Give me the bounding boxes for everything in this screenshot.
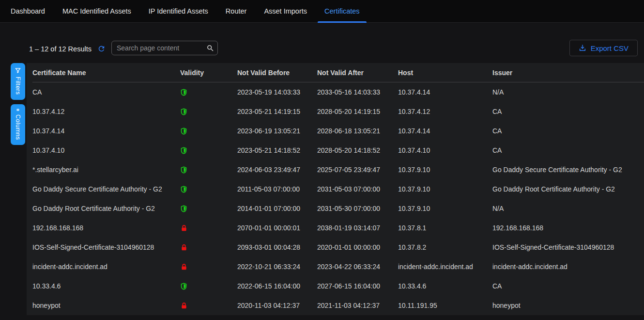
col-header-host[interactable]: Host bbox=[398, 69, 492, 77]
not-valid-before-cell: 2022-10-21 06:33:24 bbox=[237, 263, 317, 271]
host-cell: 10.37.9.10 bbox=[398, 166, 492, 174]
table-row[interactable]: *.stellarcyber.ai 2024-06-03 23:49:47 20… bbox=[32, 160, 644, 179]
certificate-name-cell: 192.168.168.168 bbox=[32, 224, 180, 232]
certificate-name-cell: 10.37.4.10 bbox=[32, 146, 180, 154]
export-csv-button[interactable]: Export CSV bbox=[569, 40, 638, 56]
validity-cell bbox=[180, 107, 237, 116]
valid-shield-icon bbox=[180, 127, 187, 136]
tab-router[interactable]: Router bbox=[226, 0, 247, 23]
host-cell: 10.37.9.10 bbox=[398, 185, 492, 193]
issuer-cell: incident-addc.incident.ad bbox=[492, 263, 644, 271]
valid-shield-icon bbox=[180, 146, 187, 155]
table-row[interactable]: incident-addc.incident.ad 2022-10-21 06:… bbox=[32, 257, 644, 276]
table-row[interactable]: Go Daddy Secure Certificate Authority - … bbox=[32, 179, 644, 199]
table-row[interactable]: 10.33.4.6 2022-06-15 16:04:00 2027-06-15… bbox=[32, 276, 644, 296]
host-cell: 10.37.4.10 bbox=[398, 146, 492, 154]
table-row[interactable]: CA 2023-05-19 14:03:33 2033-05-16 14:03:… bbox=[32, 82, 644, 102]
valid-shield-icon bbox=[180, 204, 187, 213]
table-row[interactable]: 10.37.4.14 2023-06-19 13:05:21 2028-06-1… bbox=[32, 121, 644, 141]
validity-cell bbox=[180, 302, 237, 310]
certificate-name-cell: honeypot bbox=[32, 302, 180, 309]
certificate-name-cell: incident-addc.incident.ad bbox=[32, 263, 180, 271]
validity-cell bbox=[180, 165, 237, 175]
col-header-certificate-name[interactable]: Certificate Name bbox=[32, 69, 180, 77]
not-valid-after-cell: 2021-11-03 04:12:37 bbox=[317, 302, 398, 309]
col-header-not-valid-before[interactable]: Not Valid Before bbox=[237, 69, 317, 77]
columns-icon bbox=[14, 108, 22, 112]
validity-cell bbox=[180, 282, 237, 291]
col-header-not-valid-after[interactable]: Not Valid After bbox=[317, 69, 398, 77]
results-summary: 1 – 12 of 12 Results bbox=[29, 45, 92, 53]
col-header-issuer[interactable]: Issuer bbox=[492, 69, 644, 77]
table-header-row: Certificate Name Validity Not Valid Befo… bbox=[32, 63, 644, 82]
validity-cell bbox=[180, 224, 237, 232]
issuer-cell: CA bbox=[492, 146, 644, 154]
table-row[interactable]: 192.168.168.168 2070-01-01 00:00:01 2038… bbox=[32, 218, 644, 238]
issuer-cell: CA bbox=[492, 127, 644, 135]
export-csv-label: Export CSV bbox=[591, 44, 629, 52]
table-row[interactable]: 10.37.4.10 2023-05-21 14:18:52 2028-05-2… bbox=[32, 141, 644, 160]
not-valid-after-cell: 2027-06-15 16:04:00 bbox=[317, 282, 398, 290]
table-row[interactable]: Go Daddy Root Certificate Authority - G2… bbox=[32, 199, 644, 218]
table-row[interactable]: 10.37.4.12 2023-05-21 14:19:15 2028-05-2… bbox=[32, 102, 644, 121]
refresh-button[interactable] bbox=[97, 45, 106, 53]
not-valid-before-cell: 2020-11-03 04:12:37 bbox=[237, 302, 317, 309]
certificate-name-cell: 10.37.4.14 bbox=[32, 127, 180, 135]
invalid-lock-icon bbox=[180, 263, 188, 271]
issuer-cell: 192.168.168.168 bbox=[492, 224, 644, 232]
not-valid-after-cell: 2028-05-20 14:19:15 bbox=[317, 108, 398, 115]
download-icon bbox=[579, 44, 586, 52]
host-cell: 10.37.8.1 bbox=[398, 224, 492, 232]
toolbar: 1 – 12 of 12 Results Export CSV bbox=[0, 23, 644, 63]
tab-dashboard[interactable]: Dashboard bbox=[11, 0, 45, 23]
tab-asset-imports[interactable]: Asset Imports bbox=[264, 0, 307, 23]
validity-cell bbox=[180, 146, 237, 155]
valid-shield-icon bbox=[180, 282, 187, 291]
certificate-name-cell: Go Daddy Secure Certificate Authority - … bbox=[32, 185, 180, 193]
not-valid-before-cell: 2022-06-15 16:04:00 bbox=[237, 282, 317, 290]
invalid-lock-icon bbox=[180, 302, 188, 310]
not-valid-before-cell: 2093-03-01 00:04:28 bbox=[237, 243, 317, 251]
host-cell: 10.37.4.12 bbox=[398, 108, 492, 115]
table-row[interactable]: IOS-Self-Signed-Certificate-3104960128 2… bbox=[32, 238, 644, 257]
not-valid-before-cell: 2014-01-01 07:00:00 bbox=[237, 205, 317, 212]
not-valid-after-cell: 2038-01-19 03:14:07 bbox=[317, 224, 398, 232]
filter-funnel-icon bbox=[14, 67, 22, 74]
not-valid-before-cell: 2011-05-03 07:00:00 bbox=[237, 185, 317, 193]
validity-cell bbox=[180, 88, 237, 97]
not-valid-after-cell: 2033-05-16 14:03:33 bbox=[317, 88, 398, 96]
issuer-cell: N/A bbox=[492, 205, 644, 212]
not-valid-after-cell: 2031-05-03 07:00:00 bbox=[317, 185, 398, 193]
table-row[interactable]: honeypot 2020-11-03 04:12:37 2021-11-03 … bbox=[32, 296, 644, 315]
search-box bbox=[111, 41, 218, 55]
validity-cell bbox=[180, 185, 237, 194]
not-valid-before-cell: 2023-05-21 14:19:15 bbox=[237, 108, 317, 115]
host-cell: 10.37.9.10 bbox=[398, 205, 492, 212]
top-nav-tabs: Dashboard MAC Identified Assets IP Ident… bbox=[0, 0, 644, 23]
issuer-cell: CA bbox=[492, 108, 644, 115]
not-valid-before-cell: 2023-05-19 14:03:33 bbox=[237, 88, 317, 96]
columns-label: Columns bbox=[15, 114, 21, 140]
certificate-name-cell: 10.37.4.12 bbox=[32, 108, 180, 115]
columns-button[interactable]: Columns bbox=[11, 104, 25, 145]
host-cell: 10.37.4.14 bbox=[398, 88, 492, 96]
search-input[interactable] bbox=[112, 44, 206, 52]
not-valid-before-cell: 2070-01-01 00:00:01 bbox=[237, 224, 317, 232]
host-cell: incident-addc.incident.ad bbox=[398, 263, 492, 271]
table-body: CA 2023-05-19 14:03:33 2033-05-16 14:03:… bbox=[32, 82, 644, 315]
search-icon bbox=[206, 44, 215, 52]
not-valid-after-cell: 2028-06-18 13:05:21 bbox=[317, 127, 398, 135]
valid-shield-icon bbox=[180, 165, 187, 175]
search-button[interactable] bbox=[206, 44, 218, 52]
tab-mac-identified-assets[interactable]: MAC Identified Assets bbox=[62, 0, 131, 23]
col-header-validity[interactable]: Validity bbox=[180, 69, 237, 77]
not-valid-after-cell: 2031-05-30 07:00:00 bbox=[317, 205, 398, 212]
tab-certificates[interactable]: Certificates bbox=[324, 0, 360, 23]
not-valid-after-cell: 2028-05-20 14:18:52 bbox=[317, 146, 398, 154]
validity-cell bbox=[180, 263, 237, 271]
tab-ip-identified-assets[interactable]: IP Identified Assets bbox=[149, 0, 208, 23]
not-valid-after-cell: 2023-04-22 06:33:24 bbox=[317, 263, 398, 271]
issuer-cell: Go Daddy Root Certificate Authority - G2 bbox=[492, 185, 644, 193]
certificate-name-cell: IOS-Self-Signed-Certificate-3104960128 bbox=[32, 243, 180, 251]
filters-button[interactable]: Filters bbox=[11, 63, 25, 100]
